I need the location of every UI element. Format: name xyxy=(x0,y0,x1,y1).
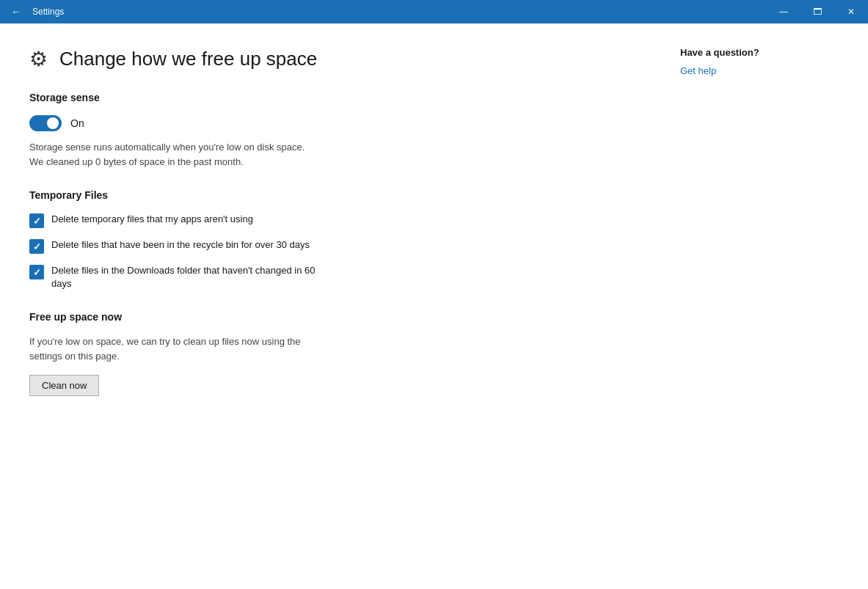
toggle-row: On xyxy=(29,115,633,131)
storage-sense-description: Storage sense runs automatically when yo… xyxy=(29,140,633,169)
temporary-files-title: Temporary Files xyxy=(29,189,633,201)
free-up-space-title: Free up space now xyxy=(29,311,633,323)
checkbox-recycle-bin[interactable] xyxy=(29,239,44,254)
checkbox-item-3: Delete files in the Downloads folder tha… xyxy=(29,264,633,290)
title-bar-left: ← Settings xyxy=(6,1,64,22)
storage-sense-title: Storage sense xyxy=(29,92,633,103)
checkbox-label-1: Delete temporary files that my apps aren… xyxy=(51,213,253,226)
free-up-space-section: Free up space now If you're low on space… xyxy=(29,311,633,396)
close-button[interactable]: ✕ xyxy=(834,0,868,23)
checkbox-label-2: Delete files that have been in the recyc… xyxy=(51,238,310,252)
temporary-files-section: Temporary Files Delete temporary files t… xyxy=(29,189,633,290)
checkbox-label-3: Delete files in the Downloads folder tha… xyxy=(51,264,316,290)
title-bar-title: Settings xyxy=(32,7,64,17)
free-up-space-description: If you're low on space, we can try to cl… xyxy=(29,334,633,363)
toggle-thumb xyxy=(47,117,59,129)
title-bar: ← Settings — 🗖 ✕ xyxy=(0,0,868,23)
get-help-link[interactable]: Get help xyxy=(680,65,716,76)
storage-sense-toggle[interactable] xyxy=(29,115,62,131)
page-title: Change how we free up space xyxy=(59,48,317,70)
minimize-button[interactable]: — xyxy=(767,0,800,23)
sidebar-right: Have a question? Get help xyxy=(663,23,868,589)
checkbox-temp-files[interactable] xyxy=(29,213,44,228)
title-bar-controls: — 🗖 ✕ xyxy=(767,0,868,23)
settings-icon: ⚙ xyxy=(29,47,48,71)
maximize-button[interactable]: 🗖 xyxy=(800,0,834,23)
checkbox-item-2: Delete files that have been in the recyc… xyxy=(29,238,633,254)
back-button[interactable]: ← xyxy=(6,1,26,22)
main-content: ⚙ Change how we free up space Storage se… xyxy=(0,23,868,589)
checkbox-item-1: Delete temporary files that my apps aren… xyxy=(29,213,633,228)
checkbox-downloads[interactable] xyxy=(29,265,44,279)
help-title: Have a question? xyxy=(680,47,850,58)
toggle-label: On xyxy=(70,117,84,129)
content-area: ⚙ Change how we free up space Storage se… xyxy=(0,23,663,589)
clean-now-button[interactable]: Clean now xyxy=(29,375,99,396)
storage-sense-section: Storage sense On Storage sense runs auto… xyxy=(29,92,633,169)
page-header: ⚙ Change how we free up space xyxy=(29,47,633,71)
toggle-track xyxy=(29,115,62,131)
